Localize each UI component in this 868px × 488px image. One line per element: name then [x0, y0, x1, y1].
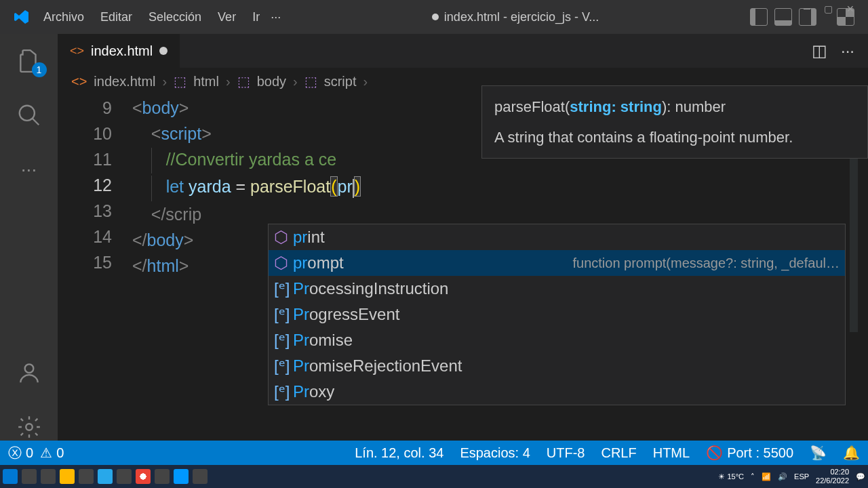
account-icon[interactable]	[16, 359, 43, 386]
problems-warnings[interactable]: ⚠ 0	[40, 445, 64, 461]
language-indicator[interactable]: ESP	[794, 472, 809, 481]
wifi-icon[interactable]: 📶	[762, 472, 771, 481]
app-icon[interactable]	[117, 469, 132, 484]
chevron-right-icon: ›	[226, 74, 231, 89]
taskview-icon[interactable]	[41, 469, 56, 484]
symbol-icon: ⬚	[237, 73, 250, 89]
volume-icon[interactable]: 🔊	[778, 472, 787, 481]
language-mode[interactable]: HTML	[653, 445, 690, 461]
svg-point-3	[26, 424, 33, 430]
vscode-logo-icon	[14, 9, 30, 25]
sig-description: A string that contains a floating-point …	[494, 126, 855, 148]
autocomplete-popup[interactable]: ⬡print⬡promptfunction prompt(message?: s…	[268, 224, 846, 405]
menu-bar: Archivo Editar Selección Ver Ir	[43, 10, 260, 24]
sig-return: ): number	[662, 98, 726, 115]
app-icon[interactable]	[155, 469, 170, 484]
explorer-taskbar-icon[interactable]	[60, 469, 75, 484]
modified-dot-icon	[432, 14, 439, 20]
more-icon[interactable]: ···	[16, 156, 43, 183]
variable-icon: [ᵉ]	[274, 357, 293, 375]
suggest-item[interactable]: [ᵉ]Promise	[269, 327, 845, 353]
chevron-right-icon: ›	[163, 74, 167, 89]
window-title-text: index.html - ejercicio_js - V...	[444, 10, 599, 24]
suggest-item[interactable]: [ᵉ]Proxy	[269, 379, 845, 405]
chevron-right-icon: ›	[363, 74, 368, 89]
suggest-item[interactable]: ⬡print	[269, 224, 845, 250]
taskbar-clock[interactable]: 02:2022/6/2022	[816, 468, 849, 485]
suggest-item[interactable]: [ᵉ]ProgressEvent	[269, 302, 845, 327]
modified-dot-icon	[159, 47, 167, 55]
search-taskbar-icon[interactable]	[22, 469, 37, 484]
start-icon[interactable]	[3, 469, 18, 484]
html-file-icon: <>	[71, 74, 87, 89]
svg-point-0	[19, 106, 34, 121]
line-ending[interactable]: CRLF	[601, 445, 636, 461]
explorer-icon[interactable]	[16, 47, 43, 75]
activity-bar: ···	[0, 34, 58, 441]
notification-icon[interactable]: 💬	[856, 472, 865, 481]
search-icon[interactable]	[16, 102, 43, 129]
menu-archivo[interactable]: Archivo	[43, 10, 84, 24]
menu-ver[interactable]: Ver	[218, 10, 236, 24]
chrome-icon[interactable]	[136, 469, 151, 484]
split-editor-icon[interactable]: ◫	[812, 41, 827, 60]
variable-icon: [ᵉ]	[274, 331, 293, 350]
sig-active-param: string: string	[570, 98, 662, 115]
close-icon[interactable]: ✕	[846, 3, 854, 14]
chevron-right-icon: ›	[293, 74, 298, 89]
tab-index-html[interactable]: <> index.html	[58, 34, 180, 68]
vscode-taskbar-icon[interactable]	[174, 469, 189, 484]
minimize-icon[interactable]: ─	[804, 3, 810, 14]
tab-strip: <> index.html ◫ ···	[58, 34, 868, 68]
menu-editar[interactable]: Editar	[100, 10, 132, 24]
tab-label: index.html	[91, 43, 153, 59]
menu-ir[interactable]: Ir	[252, 10, 260, 24]
app-icon[interactable]	[193, 469, 208, 484]
svg-line-1	[32, 119, 39, 125]
suggest-item[interactable]: ⬡promptfunction prompt(message?: string,…	[269, 250, 845, 276]
variable-icon: [ᵉ]	[274, 382, 293, 401]
status-bar: ⓧ 0 ⚠ 0 Lín. 12, col. 34 Espacios: 4 UTF…	[0, 441, 868, 465]
method-icon: ⬡	[274, 253, 293, 272]
sig-fn: parseFloat(	[494, 98, 570, 115]
breadcrumb-html[interactable]: html	[193, 74, 219, 89]
symbol-icon: ⬚	[304, 73, 317, 89]
cursor-position[interactable]: Lín. 12, col. 34	[355, 445, 443, 461]
weather-widget[interactable]: ☀ 15°C	[718, 472, 744, 481]
title-bar: Archivo Editar Selección Ver Ir ··· inde…	[0, 0, 868, 34]
html-file-icon: <>	[70, 44, 84, 58]
symbol-icon: ⬚	[174, 73, 186, 89]
breadcrumb-file[interactable]: index.html	[94, 74, 155, 89]
window-title: index.html - ejercicio_js - V...	[281, 10, 750, 24]
settings-gear-icon[interactable]	[16, 413, 43, 441]
suggest-item[interactable]: [ᵉ]ProcessingInstruction	[269, 276, 845, 302]
edge-icon[interactable]	[98, 469, 113, 484]
suggest-item[interactable]: [ᵉ]PromiseRejectionEvent	[269, 353, 845, 379]
panel-bottom-icon[interactable]	[774, 8, 792, 26]
indentation[interactable]: Espacios: 4	[460, 445, 530, 461]
live-server-port[interactable]: 🚫 Port : 5500	[706, 445, 793, 461]
bell-icon[interactable]: 🔔	[843, 445, 860, 461]
maximize-icon[interactable]: ▢	[824, 3, 833, 14]
encoding[interactable]: UTF-8	[547, 445, 585, 461]
line-gutter: 91011 12131415	[58, 95, 132, 279]
windows-taskbar: ☀ 15°C ˄ 📶 🔊 ESP 02:2022/6/2022 💬	[0, 465, 868, 488]
svg-point-2	[24, 364, 33, 373]
app-icon[interactable]	[79, 469, 94, 484]
variable-icon: [ᵉ]	[274, 305, 293, 324]
window-controls: ─ ▢ ✕	[804, 3, 854, 14]
breadcrumb-script[interactable]: script	[324, 74, 357, 89]
variable-icon: [ᵉ]	[274, 279, 293, 298]
problems-errors[interactable]: ⓧ 0	[8, 444, 33, 462]
signature-help-tooltip: parseFloat(string: string): number A str…	[481, 85, 868, 159]
method-icon: ⬡	[274, 228, 293, 247]
panel-left-icon[interactable]	[750, 8, 768, 26]
tray-chevron-icon[interactable]: ˄	[751, 472, 755, 481]
feedback-icon[interactable]: 📡	[810, 445, 827, 461]
menu-overflow-icon[interactable]: ···	[271, 10, 281, 24]
breadcrumb-body[interactable]: body	[257, 74, 286, 89]
menu-seleccion[interactable]: Selección	[149, 10, 201, 24]
tab-more-icon[interactable]: ···	[841, 41, 854, 60]
